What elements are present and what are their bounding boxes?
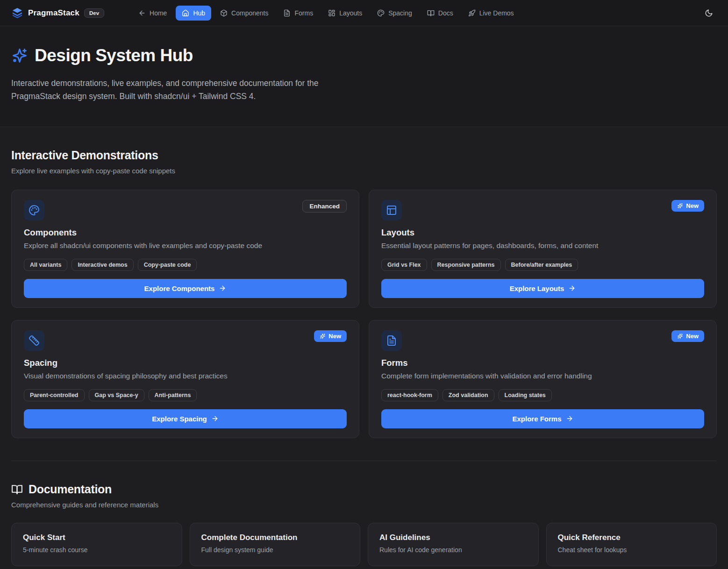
tag-row: Grid vs Flex Responsive patterns Before/… xyxy=(381,259,704,271)
ruler-icon xyxy=(24,330,44,351)
card-title: Layouts xyxy=(381,228,704,238)
tag-row: All variants Interactive demos Copy-past… xyxy=(24,259,347,271)
enhanced-badge: Enhanced xyxy=(302,200,347,213)
card-description: Complete form implementations with valid… xyxy=(381,372,704,380)
explore-layouts-button[interactable]: Explore Layouts xyxy=(381,279,704,298)
brand-name: PragmaStack xyxy=(28,8,79,18)
demo-card-grid: Enhanced Components Explore all shadcn/u… xyxy=(11,190,717,438)
button-label: Explore Spacing xyxy=(152,415,207,423)
main-nav: Home Hub Components Forms Layouts Spacin… xyxy=(132,6,520,21)
button-label: Explore Forms xyxy=(512,415,561,423)
new-badge: New xyxy=(671,200,704,212)
explore-spacing-button[interactable]: Explore Spacing xyxy=(24,409,347,428)
tag-row: Parent-controlled Gap vs Space-y Anti-pa… xyxy=(24,389,347,401)
dev-badge: Dev xyxy=(84,8,104,18)
main-content: Interactive Demonstrations Explore live … xyxy=(0,149,728,566)
nav-item-components[interactable]: Components xyxy=(214,6,274,21)
tag: Gap vs Space-y xyxy=(89,389,144,401)
nav-item-layouts[interactable]: Layouts xyxy=(322,6,368,21)
panels-top-left-icon xyxy=(381,200,402,220)
book-open-icon xyxy=(427,9,435,17)
doc-card-description: Rules for AI code generation xyxy=(379,546,527,554)
demo-card-components: Enhanced Components Explore all shadcn/u… xyxy=(11,190,359,308)
card-description: Visual demonstrations of spacing philoso… xyxy=(24,372,347,380)
section-divider xyxy=(11,461,717,461)
file-text-icon xyxy=(381,330,402,351)
sparkles-icon xyxy=(320,333,326,339)
demo-card-spacing: New Spacing Visual demonstrations of spa… xyxy=(11,320,359,438)
demos-subheading: Explore live examples with copy-paste co… xyxy=(11,167,717,175)
package-icon xyxy=(220,9,228,17)
doc-card-grid: Quick Start 5-minute crash course Comple… xyxy=(11,523,717,566)
moon-icon xyxy=(705,9,713,17)
nav-label: Spacing xyxy=(388,9,412,17)
nav-label: Layouts xyxy=(339,9,362,17)
explore-forms-button[interactable]: Explore Forms xyxy=(381,409,704,428)
doc-card-description: Cheat sheet for lookups xyxy=(558,546,706,554)
tag: Parent-controlled xyxy=(24,389,85,401)
page-description: Interactive demonstrations, live example… xyxy=(11,77,362,103)
doc-card-description: 5-minute crash course xyxy=(23,546,171,554)
doc-card-title: Quick Start xyxy=(23,533,171,542)
demo-card-layouts: New Layouts Essential layout patterns fo… xyxy=(369,190,717,308)
nav-label: Docs xyxy=(438,9,453,17)
tag-row: react-hook-form Zod validation Loading s… xyxy=(381,389,704,401)
file-text-icon xyxy=(283,9,291,17)
button-label: Explore Components xyxy=(144,284,215,292)
card-title: Spacing xyxy=(24,358,347,368)
docs-heading: Documentation xyxy=(29,483,112,496)
arrow-right-icon xyxy=(219,284,226,292)
book-open-icon xyxy=(11,484,23,495)
new-badge: New xyxy=(671,330,704,342)
tag: Copy-paste code xyxy=(138,259,197,271)
card-description: Explore all shadcn/ui components with li… xyxy=(24,242,347,250)
nav-label: Forms xyxy=(294,9,313,17)
layers-logo-icon xyxy=(11,7,23,19)
arrow-left-icon xyxy=(138,9,146,17)
nav-item-docs[interactable]: Docs xyxy=(421,6,459,21)
tag: react-hook-form xyxy=(381,389,438,401)
button-label: Explore Layouts xyxy=(510,284,564,292)
house-icon xyxy=(182,9,189,17)
nav-label: Home xyxy=(150,9,167,17)
nav-label: Live Demos xyxy=(479,9,514,17)
badge-label: New xyxy=(328,333,341,340)
nav-label: Hub xyxy=(193,9,205,17)
nav-item-hub[interactable]: Hub xyxy=(176,6,211,21)
layout-dashboard-icon xyxy=(328,9,335,17)
palette-icon xyxy=(24,200,44,220)
doc-card-title: Complete Documentation xyxy=(201,533,349,542)
doc-card-ai-guidelines[interactable]: AI Guidelines Rules for AI code generati… xyxy=(368,523,539,566)
sparkles-icon xyxy=(677,203,683,209)
doc-card-quick-start[interactable]: Quick Start 5-minute crash course xyxy=(11,523,182,566)
tag: Interactive demos xyxy=(71,259,133,271)
demo-card-forms: New Forms Complete form implementations … xyxy=(369,320,717,438)
tag: Anti-patterns xyxy=(149,389,197,401)
tag: Zod validation xyxy=(443,389,494,401)
nav-label: Components xyxy=(231,9,268,17)
doc-card-complete-documentation[interactable]: Complete Documentation Full design syste… xyxy=(190,523,361,566)
hero-section: Design System Hub Interactive demonstrat… xyxy=(0,26,728,127)
nav-item-home[interactable]: Home xyxy=(132,6,173,21)
nav-item-spacing[interactable]: Spacing xyxy=(371,6,418,21)
nav-item-live-demos[interactable]: Live Demos xyxy=(462,6,520,21)
doc-card-quick-reference[interactable]: Quick Reference Cheat sheet for lookups xyxy=(546,523,717,566)
rocket-icon xyxy=(468,9,476,17)
card-title: Components xyxy=(24,228,347,238)
docs-section-header: Documentation Comprehensive guides and r… xyxy=(11,483,717,509)
doc-card-title: Quick Reference xyxy=(558,533,706,542)
sparkles-icon xyxy=(677,333,683,339)
arrow-right-icon xyxy=(211,415,219,422)
nav-item-forms[interactable]: Forms xyxy=(277,6,319,21)
arrow-right-icon xyxy=(568,284,576,292)
theme-toggle-button[interactable] xyxy=(701,5,717,21)
palette-icon xyxy=(377,9,385,17)
brand[interactable]: PragmaStack Dev xyxy=(11,7,104,19)
card-description: Essential layout patterns for pages, das… xyxy=(381,242,704,250)
card-title: Forms xyxy=(381,358,704,368)
doc-card-title: AI Guidelines xyxy=(379,533,527,542)
badge-label: New xyxy=(686,202,699,209)
tag: Grid vs Flex xyxy=(381,259,427,271)
explore-components-button[interactable]: Explore Components xyxy=(24,279,347,298)
badge-label: New xyxy=(686,333,699,340)
